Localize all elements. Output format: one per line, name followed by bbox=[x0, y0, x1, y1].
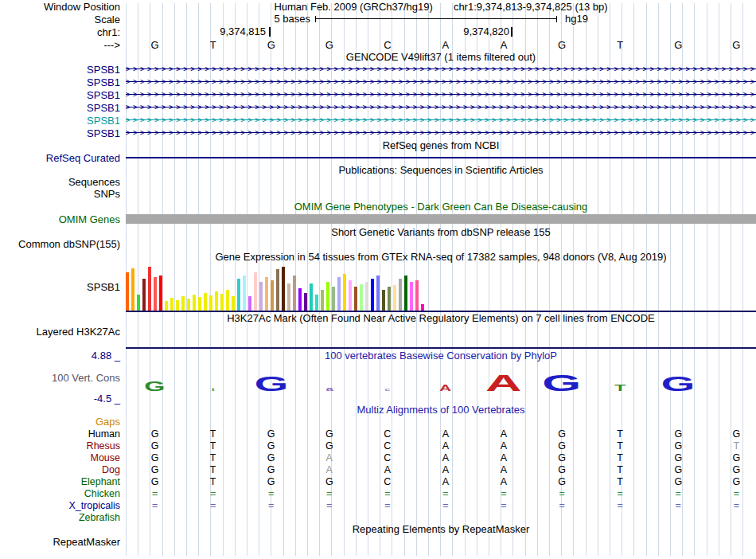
gtex-bar[interactable] bbox=[410, 282, 413, 311]
gtex-bar[interactable] bbox=[159, 276, 162, 311]
gene-label[interactable]: SPSB1 bbox=[0, 76, 126, 88]
track-label-sequences[interactable]: Sequences bbox=[0, 176, 126, 188]
gtex-bar[interactable] bbox=[404, 276, 407, 311]
gtex-bar[interactable] bbox=[287, 283, 290, 311]
gtex-bar[interactable] bbox=[371, 279, 374, 311]
gtex-bar[interactable] bbox=[298, 288, 302, 311]
gtex-bar[interactable] bbox=[148, 267, 151, 311]
gtex-bar[interactable] bbox=[310, 283, 313, 311]
gtex-bar[interactable] bbox=[226, 290, 229, 311]
gtex-bar-chart[interactable] bbox=[126, 263, 424, 311]
gtex-bar[interactable] bbox=[382, 290, 385, 311]
track-label-omim-genes[interactable]: OMIM Genes bbox=[0, 213, 126, 225]
gene-label[interactable]: SPSB1 bbox=[0, 101, 126, 114]
track-label-repeatmasker[interactable]: RepeatMasker bbox=[0, 535, 126, 548]
refseq-curated-track[interactable] bbox=[126, 151, 756, 164]
refseq-gene-bar[interactable] bbox=[126, 157, 756, 158]
gtex-bar[interactable] bbox=[248, 296, 251, 311]
gtex-bar[interactable] bbox=[337, 277, 341, 311]
gtex-bar[interactable] bbox=[176, 300, 179, 311]
gtex-bar[interactable] bbox=[193, 295, 196, 311]
omim-genes-track[interactable] bbox=[126, 213, 756, 225]
species-label[interactable]: Rhesus bbox=[0, 440, 126, 452]
species-label[interactable]: Zebrafish bbox=[0, 511, 126, 523]
gene-label[interactable]: SPSB1 bbox=[0, 63, 126, 76]
align-base: = bbox=[242, 499, 300, 511]
gtex-bar[interactable] bbox=[254, 272, 257, 311]
species-label[interactable]: Elephant bbox=[0, 475, 126, 487]
gtex-bar[interactable] bbox=[343, 274, 346, 311]
gtex-bar[interactable] bbox=[282, 267, 285, 311]
track-label-gaps[interactable]: Gaps bbox=[0, 416, 126, 428]
gtex-bar[interactable] bbox=[393, 285, 396, 311]
repeatmasker-track[interactable] bbox=[126, 535, 756, 548]
track-label-phylop[interactable]: 100 Vert. Cons bbox=[0, 362, 126, 393]
gtex-bar[interactable] bbox=[388, 287, 391, 311]
gtex-bar[interactable] bbox=[243, 276, 246, 311]
gtex-bar[interactable] bbox=[265, 277, 268, 311]
species-label[interactable]: Human bbox=[0, 428, 126, 440]
gtex-bar[interactable] bbox=[137, 295, 140, 311]
align-base: = bbox=[533, 487, 591, 499]
track-label-refseq-curated[interactable]: RefSeq Curated bbox=[0, 151, 126, 164]
phylop-conservation-logo[interactable]: GtGacAAGTGCt bbox=[126, 362, 756, 393]
gtex-bar[interactable] bbox=[360, 284, 363, 311]
gene-transcript[interactable]: >>>>>>>>>>>>>>>>>>>>>>>>>>>>>>>>>>>>>>>>… bbox=[126, 101, 756, 114]
align-base: T bbox=[184, 463, 242, 475]
species-label[interactable]: Chicken bbox=[0, 487, 126, 499]
gtex-bar[interactable] bbox=[399, 279, 402, 311]
gtex-bar[interactable] bbox=[332, 287, 335, 311]
gtex-bar[interactable] bbox=[220, 294, 224, 311]
gene-transcript[interactable]: >>>>>>>>>>>>>>>>>>>>>>>>>>>>>>>>>>>>>>>>… bbox=[126, 127, 756, 139]
gene-transcript[interactable]: >>>>>>>>>>>>>>>>>>>>>>>>>>>>>>>>>>>>>>>>… bbox=[126, 114, 756, 127]
gtex-bar[interactable] bbox=[415, 280, 419, 311]
h3k27ac-track[interactable] bbox=[126, 324, 756, 338]
gtex-bar[interactable] bbox=[421, 304, 424, 311]
gene-label[interactable]: SPSB1 bbox=[0, 114, 126, 127]
track-label-snps[interactable]: SNPs bbox=[0, 188, 126, 200]
sequences-track[interactable] bbox=[126, 176, 756, 188]
gtex-bar[interactable] bbox=[326, 282, 329, 311]
gtex-bar[interactable] bbox=[209, 295, 212, 311]
gtex-bar[interactable] bbox=[365, 282, 368, 311]
gtex-bar[interactable] bbox=[304, 293, 307, 311]
gtex-bar[interactable] bbox=[165, 301, 168, 311]
gtex-bar[interactable] bbox=[349, 280, 352, 311]
gene-transcript[interactable]: >>>>>>>>>>>>>>>>>>>>>>>>>>>>>>>>>>>>>>>>… bbox=[126, 76, 756, 88]
gene-transcript[interactable]: >>>>>>>>>>>>>>>>>>>>>>>>>>>>>>>>>>>>>>>>… bbox=[126, 88, 756, 101]
gene-label[interactable]: SPSB1 bbox=[0, 127, 126, 139]
gene-label[interactable]: SPSB1 bbox=[0, 88, 126, 101]
track-label-common-dbsnp[interactable]: Common dbSNP(155) bbox=[0, 238, 126, 250]
track-label-gtex-gene[interactable]: SPSB1 bbox=[0, 263, 126, 311]
gtex-bar[interactable] bbox=[170, 298, 173, 311]
gtex-bar[interactable] bbox=[154, 277, 157, 311]
snps-track[interactable] bbox=[126, 188, 756, 200]
gtex-bar[interactable] bbox=[131, 268, 134, 311]
gtex-bar[interactable] bbox=[271, 280, 274, 311]
gtex-bar[interactable] bbox=[142, 279, 146, 311]
track-label-h3k27ac[interactable]: Layered H3K27Ac bbox=[0, 324, 126, 338]
gtex-bar[interactable] bbox=[354, 287, 357, 311]
gtex-bar[interactable] bbox=[198, 297, 201, 311]
gtex-bar[interactable] bbox=[315, 295, 318, 311]
common-dbsnp-track[interactable] bbox=[126, 238, 756, 250]
gtex-bar[interactable] bbox=[321, 290, 324, 311]
gtex-bar[interactable] bbox=[293, 276, 296, 311]
gtex-bar[interactable] bbox=[215, 291, 218, 311]
gtex-bar[interactable] bbox=[237, 279, 240, 311]
gtex-bar[interactable] bbox=[187, 299, 190, 311]
gtex-bar[interactable] bbox=[126, 272, 129, 311]
gtex-bar[interactable] bbox=[276, 269, 279, 311]
species-label[interactable]: Mouse bbox=[0, 452, 126, 463]
gtex-bar[interactable] bbox=[259, 282, 263, 311]
gene-transcript[interactable]: >>>>>>>>>>>>>>>>>>>>>>>>>>>>>>>>>>>>>>>>… bbox=[126, 63, 756, 76]
gtex-expression-track[interactable] bbox=[126, 263, 756, 311]
omim-gene-bar[interactable] bbox=[126, 214, 756, 224]
gtex-bar[interactable] bbox=[181, 296, 185, 311]
empty-label bbox=[0, 225, 126, 238]
gtex-bar[interactable] bbox=[204, 293, 207, 311]
species-label[interactable]: Dog bbox=[0, 463, 126, 475]
species-label[interactable]: X_tropicalis bbox=[0, 499, 126, 511]
gtex-bar[interactable] bbox=[232, 296, 235, 311]
gtex-bar[interactable] bbox=[376, 276, 380, 311]
